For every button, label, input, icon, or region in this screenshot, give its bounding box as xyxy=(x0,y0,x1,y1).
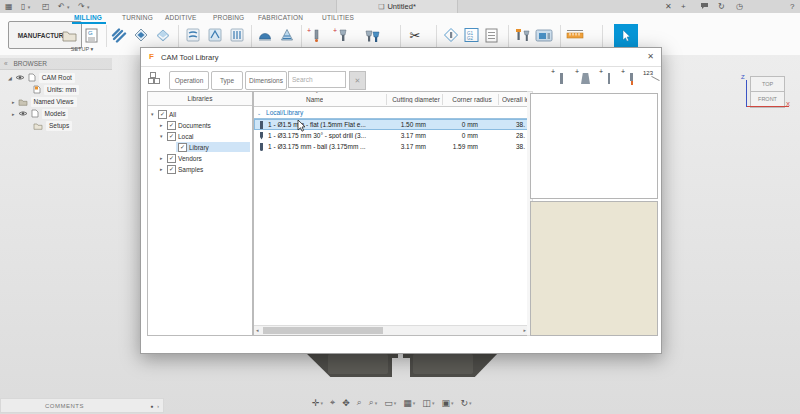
2d-pocket-icon[interactable] xyxy=(154,26,172,44)
turning-profile-icon[interactable] xyxy=(184,26,202,44)
nav-display-settings-icon[interactable]: ▭▾ xyxy=(384,398,396,408)
expand-icon[interactable]: ▸ xyxy=(160,122,165,128)
expand-icon[interactable]: ◢ xyxy=(8,75,12,81)
collapse-icon[interactable]: ▾ xyxy=(151,111,156,117)
group-row-local-library[interactable]: ⌄ Local/Library xyxy=(254,107,528,119)
col-cutting-diameter[interactable]: Cutting diameter xyxy=(390,96,442,103)
browser-item-cam-root[interactable]: ◢ CAM Root xyxy=(8,72,75,83)
tool-add-icon[interactable]: + xyxy=(332,26,350,44)
generate-gcode-icon[interactable]: G xyxy=(82,26,100,44)
expand-icon[interactable]: ▸ xyxy=(12,99,15,105)
turning-groove-icon[interactable] xyxy=(206,26,224,44)
visibility-eye-icon[interactable] xyxy=(15,74,25,81)
save-icon[interactable]: ◰ xyxy=(42,0,50,13)
scroll-left-icon[interactable]: ◂ xyxy=(256,326,259,335)
tool-row-spot-drill[interactable]: 1 - Ø3.175 mm 30° - spot drill (3... 3.1… xyxy=(254,130,528,141)
new-tab-icon[interactable]: + xyxy=(681,0,686,13)
expand-icon[interactable]: ▸ xyxy=(12,111,15,117)
scroll-right-icon[interactable]: ▸ xyxy=(523,326,526,335)
tool-row-flat-selected[interactable]: 1 - Ø1.5 mm - flat (1.5mm Flat e... 1.50… xyxy=(254,119,528,130)
nav-lookat-icon[interactable]: ⌖ xyxy=(330,397,335,408)
tree-item-local[interactable]: ▾ ✓ Local xyxy=(160,131,194,141)
checkbox[interactable]: ✓ xyxy=(167,132,176,141)
checkbox[interactable]: ✓ xyxy=(167,165,176,174)
document-tab[interactable]: ❑ Untitled* xyxy=(336,0,458,13)
tab-utilities[interactable]: UTILITIES xyxy=(322,13,354,22)
help-icon[interactable]: ? xyxy=(790,0,794,13)
tab-additive[interactable]: ADDITIVE xyxy=(165,13,197,22)
comments-bar[interactable]: COMMENTS ● › xyxy=(0,398,164,413)
browser-panel-header[interactable]: « BROWSER xyxy=(0,58,112,70)
col-name[interactable]: Name xyxy=(306,96,323,103)
tree-item-samples[interactable]: ▸ ✓ Samples xyxy=(160,164,203,174)
trim-scissors-icon[interactable]: ✂ xyxy=(406,26,424,44)
expand-icon[interactable]: ▸ xyxy=(160,166,165,172)
tab-milling[interactable]: MILLING xyxy=(74,13,102,22)
new-setup-folder-icon[interactable] xyxy=(60,26,78,44)
tab-fabrication[interactable]: FABRICATION xyxy=(258,13,303,22)
nav-refresh-icon[interactable]: ↻▾ xyxy=(460,398,471,408)
visibility-eye-icon[interactable] xyxy=(18,110,28,117)
tree-item-vendors[interactable]: ▸ ✓ Vendors xyxy=(160,153,202,163)
new-mill-tool-icon[interactable]: + xyxy=(599,70,617,88)
browser-item-named-views[interactable]: ▸ Named Views xyxy=(12,96,77,107)
tool-library-icon[interactable] xyxy=(513,26,531,44)
tree-item-library-selected[interactable]: ✓ Library xyxy=(176,142,250,152)
clear-search-icon[interactable]: ✕ xyxy=(349,71,366,90)
checkbox[interactable]: ✓ xyxy=(167,154,176,163)
tab-turning[interactable]: TURNING xyxy=(122,13,153,22)
browser-item-models[interactable]: ▸ Models xyxy=(12,108,68,119)
model-body-left[interactable] xyxy=(304,351,392,377)
undo-icon[interactable]: ↶ ▾ xyxy=(58,0,69,13)
nav-orbit-icon[interactable]: ✛▾ xyxy=(312,398,323,408)
horizontal-scrollbar[interactable]: ◂ ▸ xyxy=(254,325,528,335)
filter-operation-button[interactable]: Operation xyxy=(169,71,209,90)
redo-icon[interactable]: ↷ ▾ xyxy=(78,0,89,13)
col-overall-length[interactable]: Overall le xyxy=(502,96,529,103)
history-clock-icon[interactable]: ◷ xyxy=(736,0,743,13)
close-tab-icon[interactable]: ✕ xyxy=(665,0,672,13)
dialog-title-bar[interactable]: F CAM Tool Library ✕ xyxy=(141,48,661,67)
checkbox[interactable]: ✓ xyxy=(178,143,187,152)
browser-item-units[interactable]: Units: mm xyxy=(33,84,79,95)
new-holder-icon[interactable]: + xyxy=(575,70,593,88)
measure-ruler-icon[interactable] xyxy=(566,26,584,44)
search-input[interactable] xyxy=(288,71,346,88)
view-mode-icon[interactable] xyxy=(148,72,161,87)
additive-cone-icon[interactable] xyxy=(278,26,296,44)
sync-icon[interactable]: ↻ xyxy=(718,0,725,13)
collapse-panel-icon[interactable]: « xyxy=(4,60,8,67)
expand-icon[interactable]: ▸ xyxy=(160,155,165,161)
new-file-icon[interactable]: ▯ ▾ xyxy=(21,0,30,13)
probe-add-icon[interactable]: + xyxy=(306,26,324,44)
additive-dome-icon[interactable] xyxy=(256,26,274,44)
tab-probing[interactable]: PROBING xyxy=(213,13,244,22)
active-tool-library-button[interactable] xyxy=(614,24,638,48)
nav-viewports-icon[interactable]: ◫▾ xyxy=(422,398,434,408)
model-body-right[interactable] xyxy=(410,351,500,377)
setup-sheet-icon[interactable] xyxy=(482,26,500,44)
app-grid-icon[interactable]: ▦ xyxy=(5,0,13,13)
gcode-editor-icon[interactable]: G1G2 xyxy=(462,26,480,44)
setup-group-label[interactable]: SETUP ▾ xyxy=(58,46,106,52)
viewcube-top-face[interactable]: TOP xyxy=(750,76,785,92)
browser-item-setups[interactable]: Setups xyxy=(33,120,72,131)
collapse-icon[interactable]: ▾ xyxy=(160,133,165,139)
tree-item-documents[interactable]: ▸ ✓ Documents xyxy=(160,120,211,130)
checkbox[interactable]: ✓ xyxy=(158,110,167,119)
face-milling-icon[interactable] xyxy=(132,26,150,44)
libraries-header[interactable]: Libraries xyxy=(148,92,252,106)
renumber-tools-icon[interactable]: 123 xyxy=(643,70,661,88)
nav-fit-icon[interactable]: ⌕▾ xyxy=(369,397,378,408)
filter-dimensions-button[interactable]: Dimensions xyxy=(245,71,287,90)
checkbox[interactable]: ✓ xyxy=(167,121,176,130)
adaptive-clearing-icon[interactable] xyxy=(110,26,128,44)
col-corner-radius[interactable]: Corner radius xyxy=(446,96,498,103)
filter-type-button[interactable]: Type xyxy=(211,71,243,90)
tree-item-all[interactable]: ▾ ✓ All xyxy=(151,109,176,119)
dialog-close-icon[interactable]: ✕ xyxy=(647,52,654,61)
nav-pan-icon[interactable]: ✥ xyxy=(342,398,350,408)
turning-face-icon[interactable] xyxy=(228,26,246,44)
nav-grid-snaps-icon[interactable]: ▦▾ xyxy=(403,398,415,408)
nav-zoom-icon[interactable]: ⌕ xyxy=(357,397,362,408)
